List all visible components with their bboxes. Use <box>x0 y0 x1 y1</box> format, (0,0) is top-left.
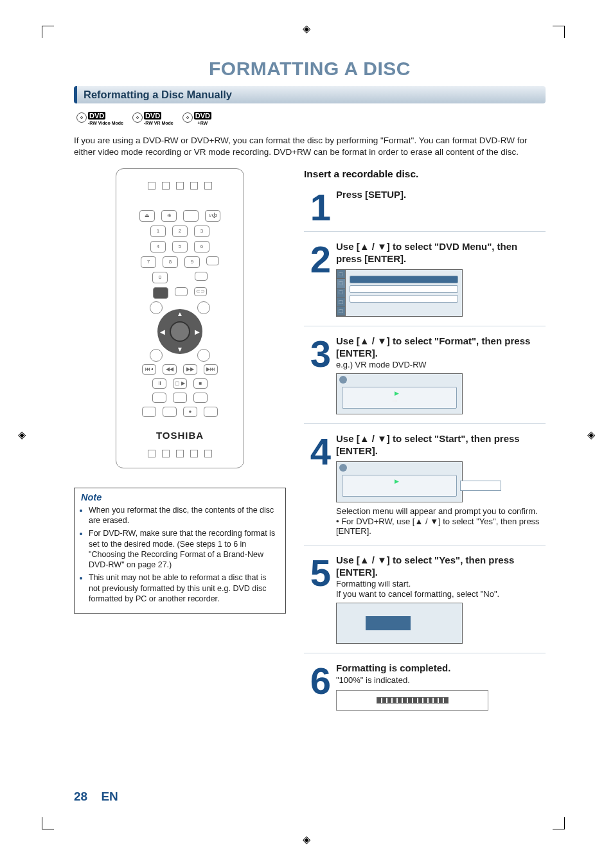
page-title: FORMATTING A DISC <box>74 58 546 80</box>
right-arrow-icon: ⇨ <box>393 398 398 404</box>
manual-page: ◈ ◈ ◈ ◈ FORMATTING A DISC Reformatting a… <box>0 0 613 868</box>
step-title: Use [▲ / ▼] to select "Yes", then press … <box>336 554 546 579</box>
step-number: 1 <box>304 189 331 222</box>
disc-badge: DVD -RW VR Mode <box>130 109 176 126</box>
divider <box>304 326 546 326</box>
crop-mark <box>553 817 565 829</box>
print-registration-icon: ◈ <box>303 833 310 846</box>
eject-button: ⏏ <box>139 210 155 222</box>
progress-bar <box>377 697 449 704</box>
left-arrow-icon: ◀ <box>160 328 165 335</box>
step-1: 1 Press [SETUP]. <box>304 189 546 222</box>
crop-mark <box>553 26 565 38</box>
disc-icon <box>132 112 143 123</box>
step-number: 2 <box>304 241 331 317</box>
page-language: EN <box>101 790 118 803</box>
power-button: I/⏻ <box>205 210 220 222</box>
disc-badge: DVD -RW Video Mode <box>74 109 126 126</box>
home-button <box>153 287 168 299</box>
step-number: 3 <box>304 335 331 415</box>
disc-icon <box>182 112 193 123</box>
note-title: Note <box>81 492 279 502</box>
remote-illustration: ⏏⊕I/⏻ 123 456 789 0 ⊂⊃ ▲ ▼ ◀ ▶ ⏮◀◀◀▶▶▶⏭ <box>116 168 244 468</box>
print-registration-icon: ◈ <box>303 22 310 35</box>
insert-heading: Insert a recordable disc. <box>304 168 546 180</box>
note-item: For DVD-RW, make sure that the recording… <box>89 528 279 570</box>
play-icon: ▶ <box>395 390 399 396</box>
divider <box>304 653 546 653</box>
intro-text: If you are using a DVD-RW or DVD+RW, you… <box>74 135 546 158</box>
input-button: ⊕ <box>161 210 177 222</box>
section-heading: Reformatting a Disc Manually <box>84 89 232 100</box>
menu-screenshot: ⬚⬚⬚⬚⬚ <box>336 269 463 317</box>
section-heading-bar: Reformatting a Disc Manually <box>74 86 546 103</box>
divider <box>304 545 546 545</box>
disc-icon <box>339 464 347 472</box>
disc-badge: DVD +RW <box>180 109 214 126</box>
step-3: 3 Use [▲ / ▼] to select "Format", then p… <box>304 335 546 415</box>
step-after-text: Selection menu will appear and prompt yo… <box>336 506 546 516</box>
crop-mark <box>42 817 54 829</box>
disc-icon <box>76 112 87 123</box>
dpad: ▲ ▼ ◀ ▶ <box>151 303 209 360</box>
step-number: 6 <box>304 662 331 711</box>
down-arrow-icon: ▼ <box>177 346 183 353</box>
step-number: 5 <box>304 554 331 644</box>
step-4: 4 Use [▲ / ▼] to select "Start", then pr… <box>304 433 546 536</box>
note-item: This unit may not be able to reformat a … <box>89 572 279 604</box>
right-arrow-icon: ▶ <box>195 328 200 335</box>
disc-badge-row: DVD -RW Video Mode DVD -RW VR Mode DVD +… <box>74 109 546 126</box>
step-subtitle: "100%" is indicated. <box>336 675 546 685</box>
step-title: Use [▲ / ▼] to select "Format", then pre… <box>336 335 546 360</box>
menu-screenshot: ▶ ⇨ <box>336 373 463 414</box>
remote-brand: TOSHIBA <box>125 430 235 441</box>
play-icon: ▶ <box>395 478 399 484</box>
menu-screenshot: ▶ ⇨ <box>336 461 463 502</box>
step-6: 6 Formatting is completed. "100%" is ind… <box>304 662 546 711</box>
blank-button <box>183 210 199 222</box>
step-subtitle: Formatting will start. <box>336 579 546 589</box>
step-title: Formatting is completed. <box>336 662 546 675</box>
page-footer: 28 EN <box>74 790 118 804</box>
print-registration-icon: ◈ <box>18 428 26 440</box>
menu-screenshot <box>336 603 463 644</box>
divider <box>304 231 546 232</box>
step-bullet: • For DVD+RW, use [▲ / ▼] to select "Yes… <box>336 517 546 536</box>
page-number: 28 <box>74 790 87 803</box>
print-registration-icon: ◈ <box>587 428 595 440</box>
step-subtitle: e.g.) VR mode DVD-RW <box>336 360 546 369</box>
selection-box <box>460 481 501 491</box>
step-number: 4 <box>304 433 331 536</box>
note-box: Note When you reformat the disc, the con… <box>74 488 286 614</box>
note-item: When you reformat the disc, the contents… <box>89 505 279 526</box>
step-after-text: If you want to cancel formatting, select… <box>336 589 546 599</box>
step-2: 2 Use [▲ / ▼] to select "DVD Menu", then… <box>304 241 546 317</box>
step-title: Use [▲ / ▼] to select "DVD Menu", then p… <box>336 241 546 265</box>
step-title: Use [▲ / ▼] to select "Start", then pres… <box>336 433 546 457</box>
right-arrow-icon: ⇨ <box>393 486 398 492</box>
divider <box>304 423 546 424</box>
step-5: 5 Use [▲ / ▼] to select "Yes", then pres… <box>304 554 546 644</box>
up-arrow-icon: ▲ <box>177 310 183 317</box>
crop-mark <box>42 26 54 38</box>
step-title: Press [SETUP]. <box>336 189 546 201</box>
progress-screenshot <box>336 690 488 711</box>
